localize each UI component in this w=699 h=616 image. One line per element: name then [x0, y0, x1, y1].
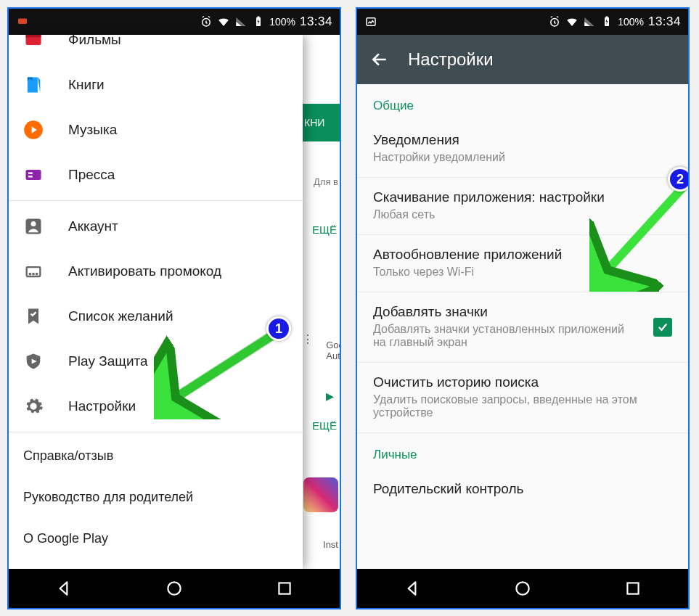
svg-rect-9: [28, 176, 33, 177]
app-label-goo: GooAuth: [326, 340, 341, 361]
nav-back-button[interactable]: [54, 579, 73, 598]
android-nav-bar: [9, 569, 340, 608]
back-button[interactable]: [370, 50, 389, 69]
redeem-icon: [23, 261, 44, 282]
svg-rect-26: [627, 583, 638, 594]
wifi-icon: [565, 15, 579, 28]
books-icon: [23, 75, 44, 95]
svg-rect-0: [18, 19, 27, 25]
setting-title: Автообновление приложений: [373, 247, 672, 263]
svg-rect-19: [279, 583, 290, 594]
books-tab[interactable]: КНИ: [300, 104, 340, 141]
toolbar-title: Настройки: [408, 49, 494, 70]
nav-back-button[interactable]: [403, 579, 422, 598]
wifi-icon: [217, 15, 230, 28]
setting-title: Скачивание приложения: настройки: [373, 189, 672, 205]
drawer-item-protect[interactable]: Play Защита: [9, 339, 303, 384]
setting-sub: Удалить поисковые запросы, введенные на …: [373, 393, 672, 419]
divider: [9, 200, 303, 201]
svg-point-13: [30, 274, 30, 274]
setting-title: Родительский контроль: [373, 481, 672, 497]
drawer-item-label: Фильмы: [68, 35, 121, 48]
signal-icon: [583, 15, 596, 28]
wishlist-icon: [23, 306, 44, 327]
drawer-item-music[interactable]: Музыка: [9, 107, 303, 152]
svg-point-11: [31, 221, 36, 226]
drawer-item-newsstand[interactable]: Пресса: [9, 152, 303, 197]
setting-download-pref[interactable]: Скачивание приложения: настройки Любая с…: [357, 178, 688, 235]
alarm-icon: [200, 15, 213, 28]
setting-sub: Только через Wi-Fi: [373, 266, 672, 279]
settings-list: Общие Уведомления Настройки уведомлений …: [357, 84, 688, 569]
drawer-item-label: Аккаунт: [68, 218, 118, 234]
movies-icon: [23, 35, 44, 50]
alarm-icon: [548, 15, 561, 28]
drawer-item-books[interactable]: Книги: [9, 62, 303, 107]
drawer-item-settings[interactable]: Настройки: [9, 384, 303, 429]
battery-charging-icon: [600, 15, 613, 28]
clock-text: 13:34: [300, 15, 332, 29]
svg-rect-3: [258, 17, 260, 18]
divider: [9, 432, 303, 432]
setting-parental[interactable]: Родительский контроль: [357, 469, 688, 504]
backdrop-sub: Для в: [314, 176, 338, 187]
drawer-item-redeem[interactable]: Активировать промокод: [9, 249, 303, 294]
setting-clear-history[interactable]: Очистить историю поиска Удалить поисковы…: [357, 363, 688, 433]
checkbox-checked[interactable]: [653, 318, 672, 337]
drawer-item-label: Play Защита: [68, 353, 148, 369]
android-nav-bar: [357, 569, 688, 608]
shield-icon: [23, 351, 44, 371]
signal-icon: [234, 15, 248, 28]
newsstand-icon: [23, 165, 44, 185]
drawer-parent-guide[interactable]: Руководство для родителей: [9, 477, 303, 518]
svg-rect-23: [606, 17, 608, 18]
left-phone: 100% 13:34 КНИ Для в ЕЩЁ ⋮ GooAuth ▸ ЕЩЁ…: [7, 7, 341, 609]
screenshot-notification-icon: [364, 15, 377, 28]
svg-point-18: [168, 582, 180, 594]
drawer-item-label: Список желаний: [68, 308, 173, 324]
instagram-app-icon[interactable]: [303, 477, 338, 512]
section-general: Общие: [357, 84, 688, 120]
more-link-1[interactable]: ЕЩЁ: [312, 223, 337, 236]
nav-home-button[interactable]: [165, 579, 184, 598]
setting-add-icons[interactable]: Добавлять значки Добавлять значки устано…: [357, 292, 688, 363]
drawer-item-label: Настройки: [68, 398, 136, 414]
app-menu-dots[interactable]: ⋮: [302, 332, 314, 346]
settings-toolbar: Настройки: [357, 35, 688, 84]
setting-notifications[interactable]: Уведомления Настройки уведомлений: [357, 120, 688, 178]
drawer-item-label: Пресса: [68, 167, 115, 183]
setting-title: Уведомления: [373, 132, 672, 148]
setting-auto-update[interactable]: Автообновление приложений Только через W…: [357, 235, 688, 292]
svg-rect-5: [26, 35, 41, 38]
svg-point-15: [36, 274, 37, 274]
drawer-about[interactable]: О Google Play: [9, 518, 303, 559]
music-icon: [23, 120, 44, 140]
drawer-help[interactable]: Справка/отзыв: [9, 435, 303, 477]
drawer-item-account[interactable]: Аккаунт: [9, 204, 303, 249]
setting-sub: Настройки уведомлений: [373, 151, 672, 164]
setting-sub: Любая сеть: [373, 208, 672, 221]
svg-point-25: [516, 582, 528, 594]
drawer-item-label: Книги: [68, 77, 105, 93]
right-phone: 100% 13:34 Настройки Общие Уведомления Н…: [356, 7, 690, 609]
clock-text: 13:34: [648, 15, 681, 29]
more-link-2[interactable]: ЕЩЁ: [312, 419, 337, 432]
app-label-insta: Inst: [323, 539, 338, 550]
nav-home-button[interactable]: [513, 579, 532, 598]
backdrop: КНИ Для в ЕЩЁ ⋮ GooAuth ▸ ЕЩЁ Inst: [300, 35, 340, 569]
section-personal: Личные: [357, 433, 688, 469]
drawer-item-wishlist[interactable]: Список желаний: [9, 294, 303, 339]
drawer-item-movies[interactable]: Фильмы: [9, 35, 303, 62]
battery-text: 100%: [269, 16, 295, 28]
app-notification-icon: [16, 15, 29, 28]
drawer-item-label: Активировать промокод: [68, 263, 221, 279]
battery-text: 100%: [618, 16, 644, 28]
nav-recent-button[interactable]: [624, 579, 642, 598]
setting-sub: Добавлять значки установленных приложени…: [373, 323, 637, 349]
drawer-item-label: Музыка: [68, 122, 117, 138]
install-icon[interactable]: ▸: [326, 387, 334, 406]
gear-icon: [23, 396, 44, 416]
nav-recent-button[interactable]: [275, 579, 294, 598]
battery-charging-icon: [252, 15, 265, 28]
svg-rect-20: [367, 18, 375, 26]
